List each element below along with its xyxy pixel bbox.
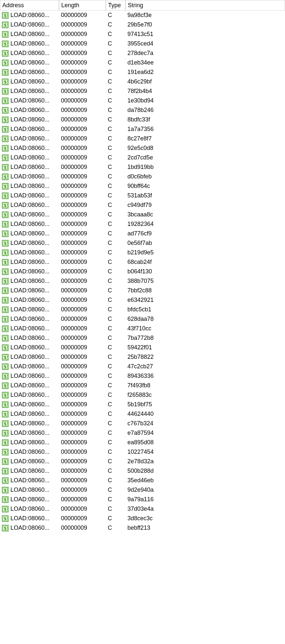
table-row[interactable]: S‘’LOAD:08060...00000009C92e5c0d8 [0,143,285,153]
table-row[interactable]: S‘’LOAD:08060...00000009Cea895d08 [0,438,285,447]
table-row[interactable]: S‘’LOAD:08060...00000009C3955ced4 [0,39,285,48]
table-row[interactable]: S‘’LOAD:08060...00000009Cbfdc5cb1 [0,305,285,314]
cell-length: 00000009 [59,514,106,523]
svg-text:‘: ‘ [4,384,5,388]
column-header-length[interactable]: Length [59,0,106,10]
cell-address: S‘’LOAD:08060... [0,314,59,324]
cell-address: S‘’LOAD:08060... [0,29,59,39]
string-icon: S‘’ [2,392,9,398]
svg-text:’: ’ [7,308,8,312]
table-row[interactable]: S‘’LOAD:08060...00000009Cda78b246 [0,105,285,115]
cell-type: C [106,333,125,343]
string-icon: S‘’ [2,297,9,304]
column-header-address[interactable]: Address [0,0,59,10]
table-row[interactable]: S‘’LOAD:08060...00000009C2e78d32a [0,457,285,466]
table-row[interactable]: S‘’LOAD:08060...00000009C89436336 [0,371,285,381]
table-row[interactable]: S‘’LOAD:08060...00000009C1e30bd94 [0,96,285,105]
table-row[interactable]: S‘’LOAD:08060...00000009C10227454 [0,447,285,457]
column-header-type[interactable]: Type [106,0,125,10]
cell-string: 1e30bd94 [125,96,285,105]
table-row[interactable]: S‘’LOAD:08060...00000009C1a7a7356 [0,124,285,134]
svg-text:‘: ‘ [4,527,5,530]
table-row[interactable]: S‘’LOAD:08060...00000009C7bbf2c88 [0,286,285,295]
table-row[interactable]: S‘’LOAD:08060...00000009C37d03e4a [0,504,285,514]
cell-type: C [106,191,125,200]
table-row[interactable]: S‘’LOAD:08060...00000009C25b78822 [0,352,285,362]
table-row[interactable]: S‘’LOAD:08060...00000009Cd0c6bfeb [0,172,285,181]
table-row[interactable]: S‘’LOAD:08060...00000009Cb064f130 [0,267,285,276]
table-row[interactable]: S‘’LOAD:08060...00000009Cc949df79 [0,200,285,210]
table-row[interactable]: S‘’LOAD:08060...00000009C2cd7cd5e [0,153,285,162]
string-icon: S‘’ [2,69,9,76]
cell-address: S‘’LOAD:08060... [0,286,59,295]
cell-string: 9a79a116 [125,495,285,504]
table-row[interactable]: S‘’LOAD:08060...00000009C97413c51 [0,29,285,39]
cell-string: 10227454 [125,447,285,457]
cell-type: C [106,143,125,153]
table-row[interactable]: S‘’LOAD:08060...00000009C9d2e940a [0,485,285,495]
column-header-string[interactable]: String [125,0,285,10]
svg-text:’: ’ [7,261,8,264]
table-row[interactable]: S‘’LOAD:08060...00000009C531ab53f [0,191,285,200]
table-row[interactable]: S‘’LOAD:08060...00000009Cf265883c [0,390,285,400]
table-row[interactable]: S‘’LOAD:08060...00000009Cc767b324 [0,419,285,428]
table-row[interactable]: S‘’LOAD:08060...00000009C29b5e7f0 [0,20,285,29]
table-row[interactable]: S‘’LOAD:08060...00000009C3d8cec3c [0,514,285,523]
table-row[interactable]: S‘’LOAD:08060...00000009Ce7a87594 [0,428,285,438]
table-row[interactable]: S‘’LOAD:08060...00000009Cb219d9e5 [0,248,285,257]
cell-address: S‘’LOAD:08060... [0,115,59,124]
address-text: LOAD:08060... [10,316,49,322]
string-icon: S‘’ [2,458,9,465]
table-row[interactable]: S‘’LOAD:08060...00000009C7ba772b8 [0,333,285,343]
cell-length: 00000009 [59,105,106,115]
table-row[interactable]: S‘’LOAD:08060...00000009Cd1eb34ee [0,58,285,67]
string-icon: S‘’ [2,22,9,28]
string-icon: S‘’ [2,117,9,123]
strings-table: Address Length Type String S‘’LOAD:08060… [0,0,285,533]
cell-string: 43f710cc [125,324,285,333]
cell-type: C [106,381,125,390]
table-row[interactable]: S‘’LOAD:08060...00000009C9a79a116 [0,495,285,504]
table-row[interactable]: S‘’LOAD:08060...00000009C8c27e8f7 [0,134,285,143]
table-row[interactable]: S‘’LOAD:08060...00000009C47c2cb27 [0,362,285,371]
table-row[interactable]: S‘’LOAD:08060...00000009C388b7075 [0,276,285,286]
table-row[interactable]: S‘’LOAD:08060...00000009C3bcaaa8c [0,210,285,219]
address-text: LOAD:08060... [10,154,49,161]
svg-text:’: ’ [7,422,8,426]
svg-text:’: ’ [7,280,8,283]
table-row[interactable]: S‘’LOAD:08060...00000009C78f2b4b4 [0,86,285,96]
table-row[interactable]: S‘’LOAD:08060...00000009C628daa78 [0,314,285,324]
cell-type: C [106,115,125,124]
table-row[interactable]: S‘’LOAD:08060...00000009C1bd919bb [0,162,285,172]
table-row[interactable]: S‘’LOAD:08060...00000009C8bdfc33f [0,115,285,124]
string-icon: S‘’ [2,79,9,85]
table-row[interactable]: S‘’LOAD:08060...00000009Ce6342921 [0,295,285,305]
cell-string: 19282364 [125,219,285,229]
cell-address: S‘’LOAD:08060... [0,77,59,86]
table-row[interactable]: S‘’LOAD:08060...00000009C500b288d [0,466,285,476]
table-row[interactable]: S‘’LOAD:08060...00000009C19282364 [0,219,285,229]
table-row[interactable]: S‘’LOAD:08060...00000009C68cab24f [0,257,285,267]
cell-string: d1eb34ee [125,58,285,67]
table-row[interactable]: S‘’LOAD:08060...00000009C7f493fb8 [0,381,285,390]
table-row[interactable]: S‘’LOAD:08060...00000009C191ea6d2 [0,67,285,77]
svg-text:‘: ‘ [4,213,5,217]
table-row[interactable]: S‘’LOAD:08060...00000009C43f710cc [0,324,285,333]
cell-address: S‘’LOAD:08060... [0,466,59,476]
svg-text:’: ’ [7,327,8,331]
table-row[interactable]: S‘’LOAD:08060...00000009C278dec7a [0,48,285,58]
address-text: LOAD:08060... [10,449,49,455]
table-row[interactable]: S‘’LOAD:08060...00000009C35ed46eb [0,476,285,485]
svg-text:‘: ‘ [4,175,5,179]
table-row[interactable]: S‘’LOAD:08060...00000009C9a98cf3e [0,10,285,20]
table-row[interactable]: S‘’LOAD:08060...00000009Cad776cf9 [0,229,285,238]
table-row[interactable]: S‘’LOAD:08060...00000009Cbebff213 [0,523,285,533]
table-row[interactable]: S‘’LOAD:08060...00000009C5b19bf75 [0,400,285,409]
table-row[interactable]: S‘’LOAD:08060...00000009C0e56f7ab [0,238,285,248]
table-row[interactable]: S‘’LOAD:08060...00000009C4b6c29bf [0,77,285,86]
table-row[interactable]: S‘’LOAD:08060...00000009C44624440 [0,409,285,419]
table-row[interactable]: S‘’LOAD:08060...00000009C90bff64c [0,181,285,191]
table-row[interactable]: S‘’LOAD:08060...00000009C59422f01 [0,343,285,352]
cell-address: S‘’LOAD:08060... [0,200,59,210]
cell-address: S‘’LOAD:08060... [0,485,59,495]
